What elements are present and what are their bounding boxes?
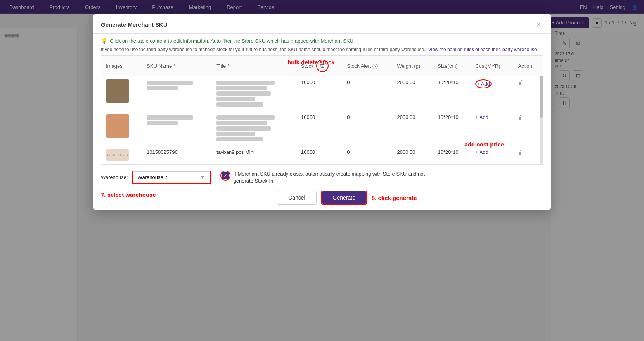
cell-stock-alert-3[interactable]: 0 [342, 146, 392, 164]
cell-weight-3[interactable]: 2000.00 [393, 146, 433, 164]
cell-stock-alert-2[interactable]: 0 [342, 111, 392, 146]
cell-size-2[interactable]: 10*20*10 [433, 111, 471, 146]
action-buttons: Cancel Generate 8. click generate [101, 191, 543, 205]
annotation-bulk-delete: bulk delete stock [287, 59, 335, 65]
modal-title: Generate Merchant SKU [101, 21, 168, 28]
add-cost-button-3: + Add [475, 149, 488, 155]
col-action: Action [514, 56, 543, 76]
cell-title-1 [212, 76, 296, 111]
checkbox-check-icon: ✓ [223, 173, 227, 178]
modal-info: 💡 Click on the table content to edit inf… [93, 34, 551, 55]
warehouse-section: Warehouse: Warehouse 7 ▼ 7. select wareh… [101, 170, 211, 184]
cell-action-1: 🗑 [514, 76, 543, 111]
cell-cost-2[interactable]: + Add [471, 111, 513, 146]
col-size: Size(cm) [433, 56, 471, 76]
cell-sku-name-3[interactable]: 10150025796 [142, 146, 212, 164]
cell-image-3: FACE IDEAS [101, 146, 142, 164]
cell-cost-1[interactable]: + Add [471, 76, 513, 111]
cell-size-1[interactable]: 10*20*10 [433, 76, 471, 111]
auto-mapping-checkbox[interactable]: ✓ [222, 172, 229, 179]
table-row: 10000 0 2000.00 10*20*10 + Add 🗑 [101, 111, 543, 146]
cell-action-2: 🗑 [514, 111, 543, 146]
cell-sku-name-1 [142, 76, 212, 111]
row-delete-button-3[interactable]: 🗑 [518, 149, 525, 156]
lightbulb-icon: 💡 [101, 38, 107, 44]
cell-size-3[interactable]: 10*20*10 [433, 146, 471, 164]
modal-overlay: Generate Merchant SKU × 💡 Click on the t… [0, 0, 644, 341]
col-images: Images [101, 56, 142, 76]
row-delete-button-2[interactable]: 🗑 [518, 114, 525, 121]
info-green-text: 💡 Click on the table content to edit inf… [101, 38, 543, 44]
cell-weight-2[interactable]: 2000.00 [393, 111, 433, 146]
cancel-button[interactable]: Cancel [277, 191, 317, 205]
cell-stock-1[interactable]: 10000 [296, 76, 342, 111]
generate-button[interactable]: Generate [322, 191, 366, 204]
naming-rules-link[interactable]: View the naming rules of each third-part… [428, 47, 537, 52]
modal-dialog: Generate Merchant SKU × 💡 Click on the t… [93, 14, 551, 210]
cell-stock-3[interactable]: 10000 [296, 146, 342, 164]
close-button[interactable]: × [534, 20, 543, 29]
col-sku-name: SKU Name * [142, 56, 212, 76]
cell-title-3[interactable]: tayban9 pcs Mini [212, 146, 296, 164]
cell-weight-1[interactable]: 2000.00 [393, 76, 433, 111]
sku-table: Images SKU Name * Title * Stock [101, 56, 543, 164]
warehouse-select[interactable]: Warehouse 7 ▼ [133, 171, 210, 183]
add-cost-button-2: + Add [475, 114, 488, 120]
warehouse-label: Warehouse: [101, 174, 128, 180]
table-row: 10000 0 2000.00 10*20*10 + Add 🗑 [101, 76, 543, 111]
add-cost-button-1: + Add [477, 81, 490, 87]
cell-sku-name-2 [142, 111, 212, 146]
generate-button-wrapper: Generate [321, 191, 367, 205]
cell-action-3: 🗑 [514, 146, 543, 164]
cell-stock-2[interactable]: 10000 [296, 111, 342, 146]
cell-image-2 [101, 111, 142, 146]
annotation-generate: 8. click generate [372, 195, 417, 201]
cell-stock-alert-1[interactable]: 0 [342, 76, 392, 111]
col-stock-alert: Stock Alert ? [342, 56, 392, 76]
checkbox-wrapper: ✓ [220, 170, 230, 181]
warehouse-select-wrapper: Warehouse 7 ▼ [132, 170, 211, 184]
modal-header: Generate Merchant SKU × [93, 14, 551, 34]
cell-cost-3[interactable]: + Add [471, 146, 513, 164]
modal-footer: Warehouse: Warehouse 7 ▼ 7. select wareh… [93, 165, 551, 210]
cell-title-2 [212, 111, 296, 146]
info-desc-text: If you need to use the third-party wareh… [101, 46, 543, 53]
col-title: Title * [212, 56, 296, 76]
annotation-add-cost: add cost price [464, 141, 504, 148]
checkbox-row: ✓ If Merchant SKU already exists, automa… [220, 170, 428, 184]
cell-image-1 [101, 76, 142, 111]
table-container[interactable]: bulk delete stock add cost price Images … [101, 55, 543, 165]
checkbox-label: If Merchant SKU already exists, automati… [234, 170, 428, 184]
row-delete-button-1[interactable]: 🗑 [518, 79, 525, 86]
col-cost: Cost(MYR) [471, 56, 513, 76]
table-row: FACE IDEAS 10150025796 tayban9 pcs Mini … [101, 146, 543, 164]
col-weight: Weight (g) [393, 56, 433, 76]
